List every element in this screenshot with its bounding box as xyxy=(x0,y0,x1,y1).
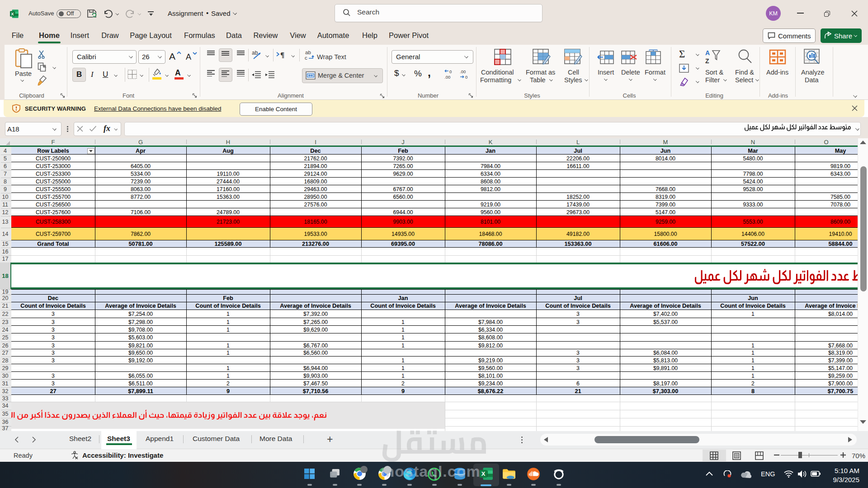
svg-text:0: 0 xyxy=(449,69,452,74)
svg-text:ab: ab xyxy=(252,50,258,56)
svg-text:.00: .00 xyxy=(444,75,450,80)
svg-text:Z: Z xyxy=(705,57,709,64)
svg-text:c: c xyxy=(305,55,307,61)
svg-text:¶: ¶ xyxy=(280,51,284,58)
svg-text:X: X xyxy=(11,12,14,16)
svg-text:.00: .00 xyxy=(460,69,466,74)
svg-text:ab: ab xyxy=(305,50,311,55)
svg-text:A: A xyxy=(705,49,710,56)
svg-text:0: 0 xyxy=(465,75,467,80)
